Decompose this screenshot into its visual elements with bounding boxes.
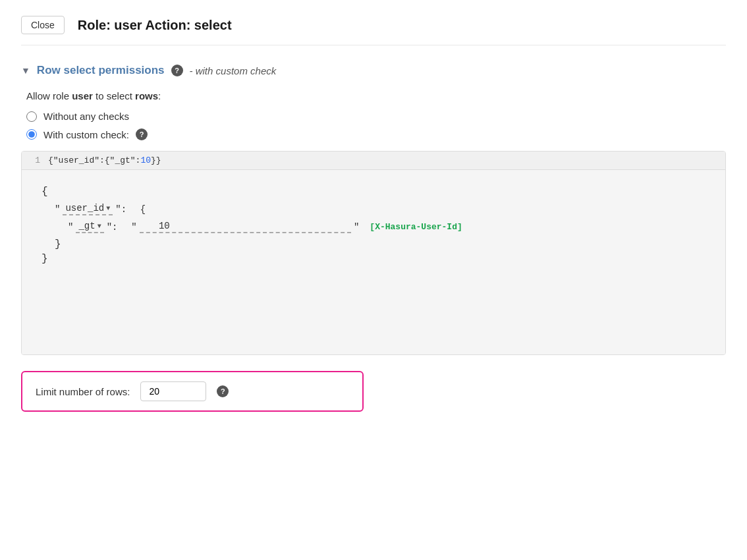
dropdown-chevron-userid: ▼: [106, 205, 110, 212]
hasura-tag: [X-Hasura-User-Id]: [370, 222, 462, 232]
open-brace-line: {: [42, 186, 706, 198]
help-icon-custom[interactable]: ?: [136, 128, 148, 140]
code-line-bar: 1 {"user_id":{"_gt":10}}: [22, 152, 725, 170]
help-icon[interactable]: ?: [171, 65, 183, 76]
gt-field-row: " _gt ▼ ": " 10 " [X-Hasura-User-Id]: [42, 221, 706, 233]
gt-dropdown[interactable]: _gt ▼: [76, 221, 103, 233]
code-num: 10: [140, 155, 151, 165]
radio-without-checks[interactable]: Without any checks: [26, 111, 726, 122]
limit-input[interactable]: [140, 381, 206, 401]
allow-text: Allow role user to select rows:: [21, 90, 726, 101]
page-title: Role: user Action: select: [78, 18, 232, 33]
user-id-field-row: " user_id ▼ ": {: [42, 203, 706, 215]
close-button[interactable]: Close: [21, 16, 65, 34]
radio-with-custom-input[interactable]: [26, 129, 37, 140]
code-editor: 1 {"user_id":{"_gt":10}} { " user_id ▼ "…: [21, 151, 726, 355]
limit-label: Limit number of rows:: [36, 386, 130, 397]
radio-with-custom-row: With custom check: ?: [26, 128, 726, 140]
radio-group: Without any checks With custom check: ?: [21, 111, 726, 140]
help-icon-limit[interactable]: ?: [217, 385, 229, 397]
radio-without-checks-label: Without any checks: [43, 111, 129, 122]
radio-without-checks-input[interactable]: [26, 111, 37, 122]
line-number: 1: [22, 155, 48, 165]
radio-with-custom-label: With custom check:: [43, 129, 129, 140]
dropdown-chevron-gt: ▼: [97, 223, 101, 230]
section-title: Row select permissions: [37, 64, 165, 77]
user-id-dropdown[interactable]: user_id ▼: [63, 203, 113, 215]
custom-check-label: - with custom check: [190, 65, 277, 76]
code-visual-area: { " user_id ▼ ": { " _gt ▼ ": " 10: [22, 170, 725, 354]
radio-with-custom[interactable]: With custom check:: [26, 129, 129, 140]
header: Close Role: user Action: select: [21, 16, 726, 45]
outer-close-line: }: [42, 253, 706, 265]
limit-row-section: Limit number of rows: ?: [21, 371, 364, 412]
section-title-row: ▼ Row select permissions ? - with custom…: [21, 64, 726, 77]
inner-close-line: }: [42, 238, 706, 250]
value-field[interactable]: 10: [140, 221, 351, 233]
code-bar-content[interactable]: {"user_id":{"_gt":10}}: [48, 155, 161, 165]
chevron-icon[interactable]: ▼: [21, 65, 30, 76]
